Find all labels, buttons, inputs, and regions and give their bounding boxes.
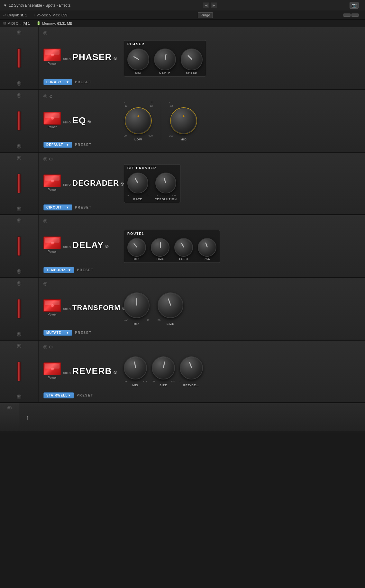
midi-icon: ⊟ [3,21,6,25]
degrader-power-button[interactable] [43,174,61,187]
delay-mix-knob[interactable] [127,238,146,257]
title-dropdown[interactable]: ▼ 12 Synth Ensemble - Spots - Effects [3,3,70,8]
transform-size-knob[interactable] [158,292,183,318]
reverb-mix-indicator [134,361,136,368]
phaser-controls: Power 8DIO PHASER ☢ LUNACY ▼ PRESET [39,27,119,89]
phaser-power-button[interactable] [43,49,61,61]
degrader-name-group: 8DIO DEGRADER ☢ [63,179,124,188]
transform-header [43,282,114,286]
reverb-preset-button[interactable]: STAIRWELL ▼ [43,392,74,398]
degrader-preset-label: PRESET [75,206,92,209]
midi-value: [A] 1 [23,22,30,25]
degrader-resolution-indicator [163,177,166,183]
phaser-handle[interactable] [17,49,21,68]
minimize-btn-1[interactable] [343,13,351,17]
transform-name-group: 8DIO TRANSFORM ☢ [63,304,126,312]
prev-arrow[interactable]: ◄ [203,3,209,8]
delay-brand: 8DIO [63,245,71,249]
delay-handle[interactable] [17,236,21,256]
delay-screw-inner [43,219,47,223]
reverb-size-val1: 50 [152,380,155,383]
eq-separator [161,102,161,140]
degrader-gear-icon[interactable]: ⚙ [49,156,53,162]
eq-mid-range-min: -12 [169,104,173,107]
degrader-section-title: BIT CRUSHER [127,166,177,170]
phaser-speed-knob-wrapper: SPEED [181,49,203,74]
degrader-preset-button[interactable]: CIRCUIT ▼ [43,204,72,210]
phaser-depth-knob[interactable] [154,49,176,70]
eq-controls: ⚙ Power 8DIO EQ ☢ [39,90,119,152]
phaser-depth-label: DEPTH [159,71,171,74]
transform-size-range: 50 [158,319,183,322]
empty-slot-icon: ↑ [26,414,29,421]
reverb-power-button[interactable] [43,362,61,375]
delay-feed-knob[interactable] [174,238,193,257]
reverb-mix-min: -Inf [124,380,128,383]
eq-power-button[interactable] [43,112,61,125]
degrader-power-led [51,180,54,182]
next-arrow[interactable]: ► [211,3,217,8]
purge-button[interactable]: Purge [198,12,213,18]
transform-controls: Power 8DIO TRANSFORM ☢ MUTATE ▼ PRESET [39,278,119,340]
phaser-mix-knob[interactable] [127,49,149,70]
reverb-screw-top [17,344,21,348]
minimize-btn-2[interactable] [351,13,359,17]
transform-mix-knob[interactable] [124,292,150,318]
degrader-resolution-min: 1k [155,194,158,197]
eq-preset-arrow: ▼ [66,143,69,147]
reverb-size-indicator [163,361,165,368]
eq-radiation-icon: ☢ [87,119,91,124]
reverb-mix-max: +12 [142,380,147,383]
reverb-preset-name: STAIRWELL [46,394,68,397]
delay-left-panel [0,215,39,277]
phaser-radiation-icon: ☢ [113,56,117,61]
eq-preset-button[interactable]: DEFAULT ▼ [43,142,72,148]
phaser-mix-indicator [133,56,139,60]
eq-low-knob[interactable] [125,108,151,134]
reverb-handle[interactable] [17,362,21,381]
eq-gear-icon[interactable]: ⚙ [49,94,53,99]
reverb-gear-icon[interactable]: ⚙ [49,344,53,350]
reverb-size-knob[interactable] [152,356,175,379]
transform-size-label: SIZE [167,322,174,325]
reverb-mix-knob[interactable] [124,356,147,379]
delay-power-label: Power [48,250,57,254]
delay-pan-knob[interactable] [198,238,216,257]
degrader-knobs: 5 16 RATE 1k 44k RESOLUTION [127,173,177,201]
degrader-rate-knob[interactable] [127,173,148,193]
reverb-predelay-knob[interactable] [180,356,203,379]
transform-mix-max: +12 [145,319,150,322]
reverb-predelay-indicator [189,362,192,368]
phaser-preset-label: PRESET [75,80,92,84]
delay-preset-button[interactable]: TEMPORIZE ▼ [43,267,74,273]
delay-power-group: Power [43,236,61,254]
reverb-mix-label: MIX [132,384,138,387]
transform-preset-button[interactable]: MUTATE ▼ [43,330,72,336]
degrader-resolution-knob[interactable] [155,173,176,193]
delay-mix-knob-wrapper: MIX [127,238,146,261]
degrader-param-section: BIT CRUSHER 5 16 RATE [124,164,180,203]
delay-pan-knob-wrapper: PAN [198,238,216,261]
transform-unit: Power 8DIO TRANSFORM ☢ MUTATE ▼ PRESET [0,278,365,341]
eq-preset-container: DEFAULT ▼ PRESET [43,142,114,148]
eq-mid-knob[interactable] [171,108,196,134]
delay-section-title: ROUTE1 [127,232,216,236]
transform-handle[interactable] [17,299,21,318]
transform-power-button[interactable] [43,299,61,312]
camera-button[interactable]: 📷 [350,2,359,9]
nav-arrows: ◄ ► [203,3,217,8]
eq-handle[interactable] [17,111,21,130]
degrader-handle[interactable] [17,174,21,193]
phaser-content: Power 8DIO PHASER ☢ LUNACY ▼ PRESET [39,27,365,89]
phaser-preset-button[interactable]: LUNACY ▼ [43,79,72,85]
empty-slot-panel [0,403,19,432]
delay-power-button[interactable] [43,236,61,249]
phaser-speed-knob[interactable] [181,49,203,70]
reverb-power-label: Power [48,376,57,379]
degrader-unit: ⚙ Power 8DIO DEGRADER ☢ [0,153,365,215]
eq-mid-section: - -12 200 MID [169,101,198,141]
delay-time-knob[interactable] [151,238,169,257]
reverb-size-label: SIZE [160,384,167,387]
output-info: ↩ Output: st. 1 [3,13,27,17]
delay-feed-indicator [181,243,184,248]
